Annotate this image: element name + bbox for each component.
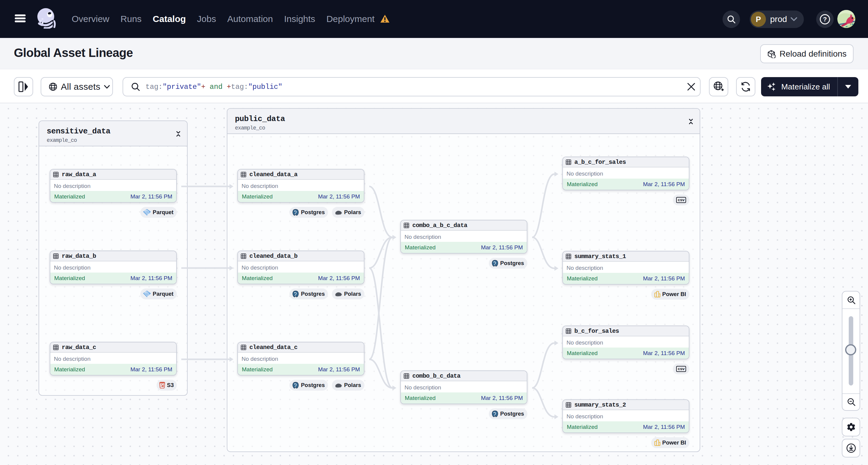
svg-text:?: ? <box>823 16 827 23</box>
